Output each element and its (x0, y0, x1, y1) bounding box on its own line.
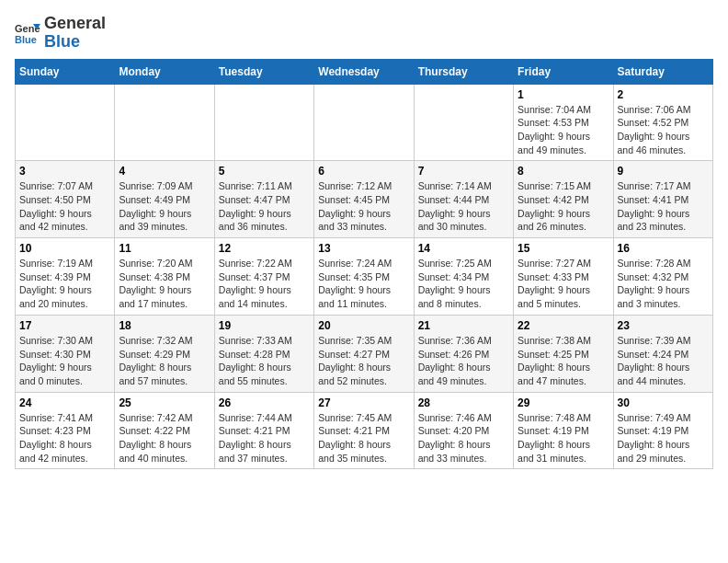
calendar-cell: 28Sunrise: 7:46 AM Sunset: 4:20 PM Dayli… (414, 392, 513, 469)
calendar-cell: 25Sunrise: 7:42 AM Sunset: 4:22 PM Dayli… (115, 392, 214, 469)
day-info: Sunrise: 7:12 AM Sunset: 4:45 PM Dayligh… (318, 179, 409, 234)
calendar-cell: 30Sunrise: 7:49 AM Sunset: 4:19 PM Dayli… (613, 392, 712, 469)
weekday-header: Tuesday (214, 59, 313, 84)
calendar-cell: 7Sunrise: 7:14 AM Sunset: 4:44 PM Daylig… (414, 161, 513, 238)
day-number: 25 (119, 396, 210, 409)
day-info: Sunrise: 7:07 AM Sunset: 4:50 PM Dayligh… (19, 179, 110, 234)
calendar-cell: 20Sunrise: 7:35 AM Sunset: 4:27 PM Dayli… (314, 315, 414, 392)
day-info: Sunrise: 7:20 AM Sunset: 4:38 PM Dayligh… (119, 257, 210, 311)
day-number: 14 (418, 242, 509, 255)
calendar-cell (16, 84, 115, 161)
day-number: 7 (418, 165, 509, 178)
day-info: Sunrise: 7:38 AM Sunset: 4:25 PM Dayligh… (518, 334, 609, 388)
day-info: Sunrise: 7:44 AM Sunset: 4:21 PM Dayligh… (219, 411, 310, 465)
logo: General Blue General Blue (15, 15, 106, 52)
calendar-cell: 13Sunrise: 7:24 AM Sunset: 4:35 PM Dayli… (314, 238, 414, 316)
day-info: Sunrise: 7:19 AM Sunset: 4:39 PM Dayligh… (19, 257, 110, 311)
day-info: Sunrise: 7:32 AM Sunset: 4:29 PM Dayligh… (119, 334, 210, 388)
day-number: 27 (318, 396, 409, 409)
day-info: Sunrise: 7:36 AM Sunset: 4:26 PM Dayligh… (418, 334, 509, 388)
calendar-cell: 14Sunrise: 7:25 AM Sunset: 4:34 PM Dayli… (414, 238, 513, 316)
day-info: Sunrise: 7:15 AM Sunset: 4:42 PM Dayligh… (518, 179, 609, 234)
day-number: 1 (518, 88, 609, 101)
svg-text:Blue: Blue (15, 34, 37, 45)
day-info: Sunrise: 7:48 AM Sunset: 4:19 PM Dayligh… (518, 411, 609, 465)
day-number: 23 (618, 319, 709, 332)
day-info: Sunrise: 7:27 AM Sunset: 4:33 PM Dayligh… (518, 257, 609, 311)
day-number: 6 (318, 165, 409, 178)
calendar-week-row: 17Sunrise: 7:30 AM Sunset: 4:30 PM Dayli… (16, 315, 713, 392)
day-info: Sunrise: 7:39 AM Sunset: 4:24 PM Dayligh… (618, 334, 709, 388)
calendar-cell: 3Sunrise: 7:07 AM Sunset: 4:50 PM Daylig… (16, 161, 115, 238)
day-info: Sunrise: 7:46 AM Sunset: 4:20 PM Dayligh… (418, 411, 509, 465)
weekday-header: Monday (115, 59, 214, 84)
day-number: 21 (418, 319, 509, 332)
calendar-cell: 27Sunrise: 7:45 AM Sunset: 4:21 PM Dayli… (314, 392, 414, 469)
calendar-cell: 8Sunrise: 7:15 AM Sunset: 4:42 PM Daylig… (514, 161, 613, 238)
calendar-cell: 22Sunrise: 7:38 AM Sunset: 4:25 PM Dayli… (514, 315, 613, 392)
day-number: 17 (19, 319, 110, 332)
calendar-cell: 21Sunrise: 7:36 AM Sunset: 4:26 PM Dayli… (414, 315, 513, 392)
calendar-cell: 23Sunrise: 7:39 AM Sunset: 4:24 PM Dayli… (613, 315, 712, 392)
day-info: Sunrise: 7:24 AM Sunset: 4:35 PM Dayligh… (318, 257, 409, 311)
day-number: 9 (618, 165, 709, 178)
day-number: 4 (119, 165, 210, 178)
calendar-cell: 17Sunrise: 7:30 AM Sunset: 4:30 PM Dayli… (16, 315, 115, 392)
page-header: General Blue General Blue (15, 15, 713, 52)
day-info: Sunrise: 7:25 AM Sunset: 4:34 PM Dayligh… (418, 257, 509, 311)
day-info: Sunrise: 7:33 AM Sunset: 4:28 PM Dayligh… (219, 334, 310, 388)
day-number: 18 (119, 319, 210, 332)
day-number: 26 (219, 396, 310, 409)
day-number: 28 (418, 396, 509, 409)
day-info: Sunrise: 7:41 AM Sunset: 4:23 PM Dayligh… (19, 411, 110, 465)
calendar-cell: 18Sunrise: 7:32 AM Sunset: 4:29 PM Dayli… (115, 315, 214, 392)
day-info: Sunrise: 7:45 AM Sunset: 4:21 PM Dayligh… (318, 411, 409, 465)
day-info: Sunrise: 7:49 AM Sunset: 4:19 PM Dayligh… (618, 411, 709, 465)
calendar-cell: 15Sunrise: 7:27 AM Sunset: 4:33 PM Dayli… (514, 238, 613, 316)
day-number: 20 (318, 319, 409, 332)
day-info: Sunrise: 7:11 AM Sunset: 4:47 PM Dayligh… (219, 179, 310, 234)
day-number: 24 (19, 396, 110, 409)
calendar-cell (314, 84, 414, 161)
weekday-header: Thursday (414, 59, 513, 84)
day-info: Sunrise: 7:09 AM Sunset: 4:49 PM Dayligh… (119, 179, 210, 234)
day-number: 16 (618, 242, 709, 255)
calendar-body: 1Sunrise: 7:04 AM Sunset: 4:53 PM Daylig… (16, 84, 713, 469)
logo-text: General Blue (44, 15, 106, 52)
day-info: Sunrise: 7:22 AM Sunset: 4:37 PM Dayligh… (219, 257, 310, 311)
day-info: Sunrise: 7:28 AM Sunset: 4:32 PM Dayligh… (618, 257, 709, 311)
day-info: Sunrise: 7:42 AM Sunset: 4:22 PM Dayligh… (119, 411, 210, 465)
logo-icon: General Blue (15, 20, 40, 46)
calendar-cell (115, 84, 214, 161)
calendar-cell: 9Sunrise: 7:17 AM Sunset: 4:41 PM Daylig… (613, 161, 712, 238)
calendar-cell: 16Sunrise: 7:28 AM Sunset: 4:32 PM Dayli… (613, 238, 712, 316)
day-number: 13 (318, 242, 409, 255)
calendar-week-row: 1Sunrise: 7:04 AM Sunset: 4:53 PM Daylig… (16, 84, 713, 161)
calendar-cell: 1Sunrise: 7:04 AM Sunset: 4:53 PM Daylig… (514, 84, 613, 161)
calendar-cell: 26Sunrise: 7:44 AM Sunset: 4:21 PM Dayli… (214, 392, 313, 469)
weekday-header: Saturday (613, 59, 712, 84)
calendar-cell: 24Sunrise: 7:41 AM Sunset: 4:23 PM Dayli… (16, 392, 115, 469)
weekday-header: Sunday (16, 59, 115, 84)
calendar-cell: 11Sunrise: 7:20 AM Sunset: 4:38 PM Dayli… (115, 238, 214, 316)
day-info: Sunrise: 7:06 AM Sunset: 4:52 PM Dayligh… (618, 103, 709, 157)
day-number: 15 (518, 242, 609, 255)
calendar-header: SundayMondayTuesdayWednesdayThursdayFrid… (16, 59, 713, 84)
calendar-cell (214, 84, 313, 161)
day-number: 12 (219, 242, 310, 255)
calendar-cell: 5Sunrise: 7:11 AM Sunset: 4:47 PM Daylig… (214, 161, 313, 238)
calendar-week-row: 24Sunrise: 7:41 AM Sunset: 4:23 PM Dayli… (16, 392, 713, 469)
calendar-week-row: 3Sunrise: 7:07 AM Sunset: 4:50 PM Daylig… (16, 161, 713, 238)
day-number: 30 (618, 396, 709, 409)
day-number: 19 (219, 319, 310, 332)
calendar-cell: 4Sunrise: 7:09 AM Sunset: 4:49 PM Daylig… (115, 161, 214, 238)
day-number: 5 (219, 165, 310, 178)
calendar-cell: 6Sunrise: 7:12 AM Sunset: 4:45 PM Daylig… (314, 161, 414, 238)
weekday-header: Wednesday (314, 59, 414, 84)
day-number: 2 (618, 88, 709, 101)
calendar-cell: 19Sunrise: 7:33 AM Sunset: 4:28 PM Dayli… (214, 315, 313, 392)
calendar-cell: 12Sunrise: 7:22 AM Sunset: 4:37 PM Dayli… (214, 238, 313, 316)
day-number: 29 (518, 396, 609, 409)
day-info: Sunrise: 7:30 AM Sunset: 4:30 PM Dayligh… (19, 334, 110, 388)
day-info: Sunrise: 7:14 AM Sunset: 4:44 PM Dayligh… (418, 179, 509, 234)
